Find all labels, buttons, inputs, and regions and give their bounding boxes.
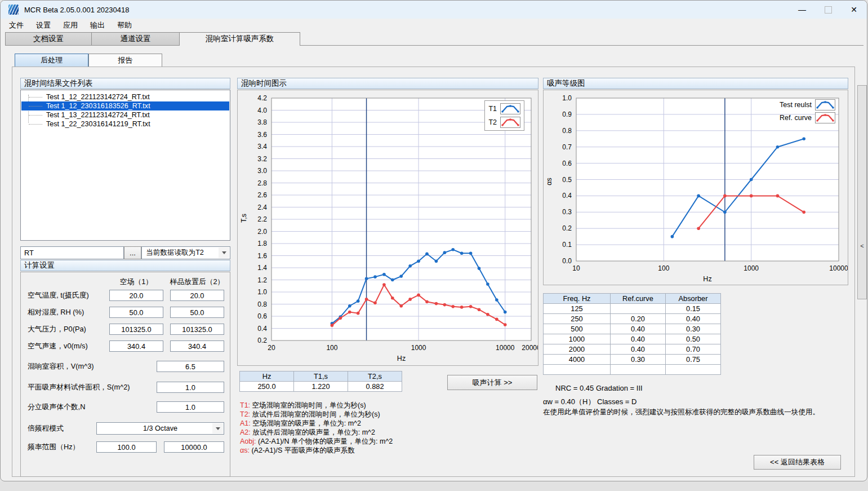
table-row: 10000.400.50: [544, 334, 721, 344]
subtab-postprocess[interactable]: 后处理: [15, 54, 88, 67]
freq-min-field[interactable]: [96, 441, 157, 453]
pressure-field1[interactable]: [109, 324, 163, 335]
abs-table-header: Freq. Hz: [544, 294, 611, 304]
rt-table-header: T2,s: [348, 371, 402, 382]
chevron-down-icon[interactable]: [212, 423, 223, 434]
rt-table-header: T1,s: [294, 371, 348, 382]
reverb-time-chart[interactable]: T,s T1 T2 0.20.40.60.81.01.21.41.61.82.0…: [237, 90, 538, 366]
pressure-field2[interactable]: [170, 324, 224, 335]
octave-mode-combo[interactable]: 1/3 Octave: [96, 422, 224, 435]
rt-table-cell-t1: 1.220: [294, 382, 348, 392]
note-label: A1:: [240, 419, 251, 427]
svg-text:100: 100: [326, 344, 337, 352]
maximize-button[interactable]: [815, 1, 841, 19]
tab-channel-settings[interactable]: 通道设置: [91, 32, 180, 45]
table-row: 20000.400.70: [544, 344, 721, 355]
list-item-selected[interactable]: Test 1_12_230316183526_RT.txt: [21, 101, 229, 110]
svg-text:Hz: Hz: [397, 355, 406, 362]
humidity-field1[interactable]: [109, 307, 163, 318]
svg-text:10000: 10000: [496, 344, 515, 352]
menu-file[interactable]: 文件: [3, 19, 30, 32]
humidity-field2[interactable]: [170, 307, 224, 318]
menu-help[interactable]: 帮助: [111, 19, 138, 32]
sound-speed-field2[interactable]: [170, 340, 224, 352]
air-temp-field2[interactable]: [170, 290, 224, 301]
minimize-button[interactable]: —: [789, 1, 815, 19]
desktop-strip: [0, 482, 868, 491]
svg-text:3.6: 3.6: [257, 131, 267, 139]
tab-reverb-room-absorption[interactable]: 混响室计算吸声系数: [179, 32, 300, 46]
absorber-count-field[interactable]: [157, 401, 224, 413]
field-label-air-temp: 空气温度, t(摄氏度): [28, 290, 89, 301]
svg-text:0.8: 0.8: [562, 127, 572, 135]
legend-t2-label: T2: [488, 118, 497, 126]
note-text: 放试件后混响室的吸声量，单位为: m^2: [252, 428, 375, 436]
svg-text:0.1: 0.1: [562, 241, 572, 249]
aw-summary: αw = 0.40（H） Classes = D: [543, 397, 636, 407]
field-label-humidity: 相对湿度, RH (%): [28, 307, 84, 318]
note-text: (A2-A1)/S 平面吸声体的吸声系数: [251, 446, 354, 454]
main-tab-strip: 文档设置 通道设置 混响室计算吸声系数: [5, 32, 863, 46]
list-item[interactable]: Test 1_12_221123142724_RT.txt: [21, 92, 229, 101]
svg-text:20000: 20000: [522, 344, 538, 352]
collapse-splitter[interactable]: <: [857, 85, 867, 299]
table-row: 40000.300.75: [544, 355, 721, 365]
svg-text:4.2: 4.2: [257, 94, 267, 102]
svg-text:2.4: 2.4: [257, 204, 267, 211]
field-label-freq-range: 频率范围（Hz）: [28, 441, 79, 453]
svg-text:0.2: 0.2: [562, 224, 572, 232]
svg-text:3.2: 3.2: [257, 155, 267, 163]
ref-curve-icon: [815, 112, 835, 123]
svg-text:0.5: 0.5: [562, 176, 572, 184]
svg-text:1.2: 1.2: [257, 276, 267, 284]
tab-document-settings[interactable]: 文档设置: [5, 32, 92, 45]
back-to-results-button[interactable]: << 返回结果表格: [754, 455, 841, 470]
svg-text:1000: 1000: [744, 264, 759, 272]
svg-text:0.8: 0.8: [257, 300, 267, 308]
file-list-header: 混时间结果文件列表: [20, 78, 230, 89]
svg-text:1000: 1000: [411, 344, 426, 352]
rt-table-cell-t2: 0.882: [348, 382, 402, 392]
svg-text:1.4: 1.4: [257, 264, 267, 272]
abs-table-header: Absorber: [666, 294, 721, 304]
abs-chart-ylabel: αs: [545, 178, 553, 185]
legend-notes: T1: 空场混响室的混响时间，单位为秒(s) T2: 放试件后混响室的混响时间，…: [240, 401, 393, 455]
sample-area-field[interactable]: [157, 382, 224, 393]
table-row: 1250.15: [544, 304, 721, 314]
svg-text:1.0: 1.0: [562, 94, 572, 102]
absorption-grade-chart[interactable]: αs Test reulst Ref. curve 0.00.10.20.30.…: [543, 90, 848, 285]
calc-settings-header: 计算设置: [20, 260, 230, 271]
air-temp-field1[interactable]: [109, 290, 163, 301]
svg-text:3.4: 3.4: [257, 143, 267, 151]
absorption-calc-button[interactable]: 吸声计算 >>: [447, 375, 537, 390]
sound-speed-field1[interactable]: [109, 340, 163, 352]
rt-table-header: Hz: [240, 371, 294, 382]
svg-text:1.8: 1.8: [257, 240, 267, 247]
note-text: (A2-A1)/N 单个物体的吸声量，单位为: m^2: [258, 437, 393, 445]
freq-max-field[interactable]: [164, 441, 224, 453]
svg-text:0.4: 0.4: [257, 325, 267, 333]
note-label: Aobj:: [240, 437, 256, 445]
list-item[interactable]: Test 1_13_221123142724_RT.txt: [21, 110, 229, 120]
field-label-octave-mode: 倍频程模式: [28, 423, 64, 434]
svg-text:2.2: 2.2: [257, 215, 267, 223]
svg-text:2.0: 2.0: [257, 228, 267, 236]
maximize-icon: [825, 6, 832, 14]
screen: MCR Beta 2.05.0.001 20230418 — ✕ 文件 设置 应…: [0, 0, 868, 491]
subtab-report[interactable]: 报告: [88, 54, 162, 67]
browse-button[interactable]: ...: [124, 246, 141, 259]
data-read-combo[interactable]: 当前数据读取为T2: [141, 246, 230, 259]
app-window: MCR Beta 2.05.0.001 20230418 — ✕ 文件 设置 应…: [0, 0, 867, 481]
rt-chart-header: 混响时间图示: [237, 78, 538, 89]
menu-application[interactable]: 应用: [57, 19, 84, 32]
chevron-down-icon[interactable]: [219, 247, 229, 258]
menu-output[interactable]: 输出: [84, 19, 111, 32]
menu-settings[interactable]: 设置: [30, 19, 57, 32]
t1-curve-icon: [500, 103, 520, 114]
table-row: 5000.400.30: [544, 324, 721, 334]
rt-name-input[interactable]: RT: [20, 246, 124, 259]
close-button[interactable]: ✕: [841, 1, 867, 19]
list-item[interactable]: Test 1_22_230316141219_RT.txt: [21, 120, 229, 129]
room-volume-field[interactable]: [157, 361, 224, 372]
note-label: A2:: [240, 428, 251, 436]
